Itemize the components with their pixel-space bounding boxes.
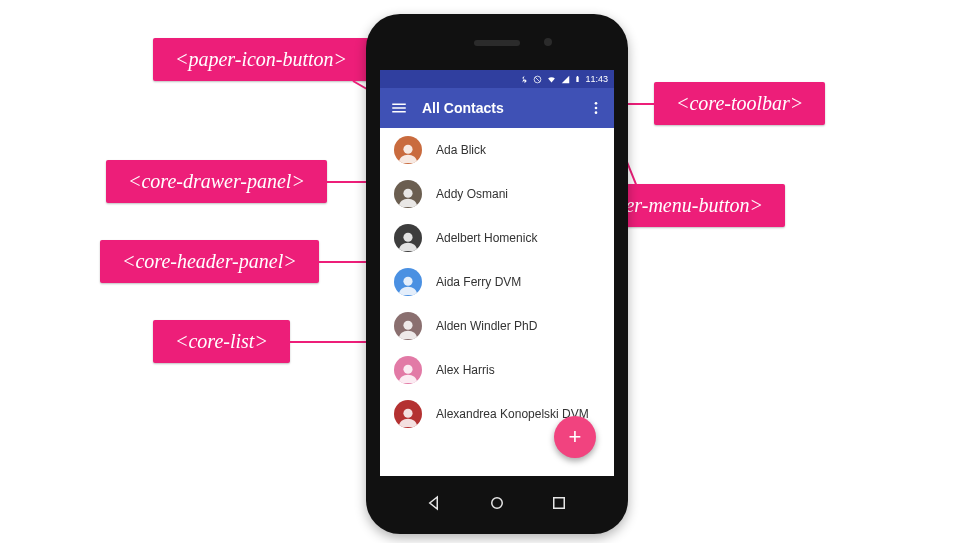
add-icon: + — [569, 424, 582, 450]
avatar — [394, 136, 422, 164]
toolbar-title: All Contacts — [422, 100, 574, 116]
status-time: 11:43 — [585, 74, 608, 84]
avatar — [394, 224, 422, 252]
do-not-disturb-icon — [533, 75, 542, 84]
home-icon[interactable] — [488, 494, 506, 516]
svg-point-7 — [403, 233, 412, 242]
contacts-list: Ada BlickAddy OsmaniAdelbert HomenickAid… — [380, 128, 614, 436]
svg-point-12 — [492, 498, 503, 509]
svg-line-1 — [536, 77, 541, 82]
back-icon[interactable] — [426, 494, 444, 516]
callout-core-toolbar: <core-toolbar> — [654, 82, 825, 125]
avatar — [394, 312, 422, 340]
more-vert-icon[interactable] — [588, 100, 604, 116]
svg-point-6 — [403, 189, 412, 198]
contact-row[interactable]: Addy Osmani — [380, 172, 614, 216]
contact-name: Alden Windler PhD — [436, 319, 537, 333]
avatar — [394, 180, 422, 208]
contact-name: Ada Blick — [436, 143, 486, 157]
phone-screen: 11:43 All Contacts Ada BlickAddy OsmaniA… — [380, 70, 614, 476]
phone-camera — [544, 38, 552, 46]
contact-name: Aida Ferry DVM — [436, 275, 521, 289]
callout-core-header-panel: <core-header-panel> — [100, 240, 319, 283]
contact-row[interactable]: Adelbert Homenick — [380, 216, 614, 260]
svg-point-4 — [595, 111, 598, 114]
phone-speaker — [474, 40, 520, 46]
avatar — [394, 356, 422, 384]
avatar — [394, 268, 422, 296]
bluetooth-icon — [520, 75, 529, 84]
contact-name: Adelbert Homenick — [436, 231, 537, 245]
app-toolbar: All Contacts — [380, 88, 614, 128]
svg-point-11 — [403, 409, 412, 418]
hamburger-icon[interactable] — [390, 99, 408, 117]
signal-icon — [561, 75, 570, 84]
contact-row[interactable]: Aida Ferry DVM — [380, 260, 614, 304]
battery-icon — [574, 74, 581, 84]
callout-line — [269, 341, 380, 343]
phone-frame: 11:43 All Contacts Ada BlickAddy OsmaniA… — [366, 14, 628, 534]
svg-point-5 — [403, 145, 412, 154]
android-nav-bar — [366, 494, 628, 516]
svg-point-2 — [595, 102, 598, 105]
svg-point-8 — [403, 277, 412, 286]
contact-row[interactable]: Ada Blick — [380, 128, 614, 172]
add-contact-fab[interactable]: + — [554, 416, 596, 458]
contact-row[interactable]: Alex Harris — [380, 348, 614, 392]
callout-core-drawer-panel: <core-drawer-panel> — [106, 160, 327, 203]
contact-row[interactable]: Alden Windler PhD — [380, 304, 614, 348]
contact-name: Alex Harris — [436, 363, 495, 377]
svg-point-9 — [403, 321, 412, 330]
recent-icon[interactable] — [550, 494, 568, 516]
avatar — [394, 400, 422, 428]
status-bar: 11:43 — [380, 70, 614, 88]
svg-point-3 — [595, 107, 598, 110]
callout-paper-icon-button: <paper-icon-button> — [153, 38, 369, 81]
wifi-icon — [546, 75, 557, 84]
svg-rect-13 — [554, 498, 565, 509]
svg-point-10 — [403, 365, 412, 374]
contact-name: Addy Osmani — [436, 187, 508, 201]
